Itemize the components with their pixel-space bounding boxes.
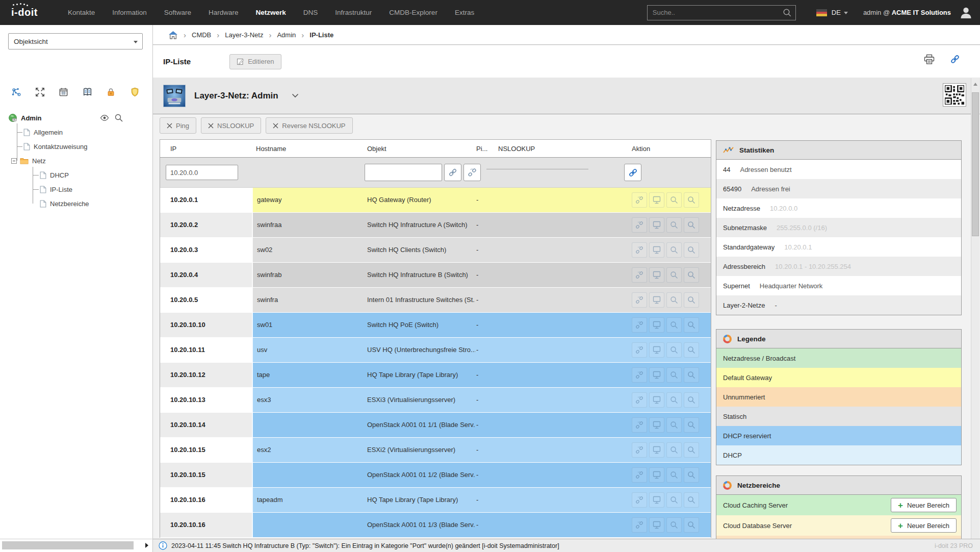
column-header-ping[interactable]: Pi... bbox=[475, 145, 494, 153]
column-header-ip[interactable]: IP bbox=[160, 145, 252, 153]
search-zoom-button[interactable] bbox=[666, 467, 682, 483]
ping-button[interactable]: Ping bbox=[160, 117, 196, 134]
unlink-button[interactable] bbox=[632, 392, 647, 408]
view-select-dropdown[interactable]: Objektsicht bbox=[8, 33, 143, 49]
new-range-button[interactable]: +Neuer Bereich bbox=[891, 498, 957, 512]
device-monitor-button[interactable] bbox=[649, 292, 664, 308]
edit-button[interactable]: Editieren bbox=[229, 54, 281, 69]
objekt-filter-input[interactable] bbox=[365, 164, 442, 181]
quick-view-button[interactable] bbox=[684, 492, 699, 508]
device-monitor-button[interactable] bbox=[649, 342, 664, 358]
unlink-button[interactable] bbox=[632, 242, 647, 258]
menu-item[interactable]: DNS bbox=[295, 0, 327, 25]
chevron-down-icon[interactable] bbox=[844, 12, 848, 14]
table-row[interactable]: 10.20.10.12 tape HQ Tape Library (Tape L… bbox=[160, 363, 711, 388]
quick-view-button[interactable] bbox=[684, 292, 699, 308]
quick-view-button[interactable] bbox=[684, 267, 699, 283]
link-object-button[interactable] bbox=[444, 164, 461, 181]
device-monitor-button[interactable] bbox=[649, 192, 664, 208]
eye-icon[interactable] bbox=[100, 113, 109, 122]
unlink-button[interactable] bbox=[632, 492, 647, 508]
unlink-button[interactable] bbox=[632, 417, 647, 433]
quick-view-button[interactable] bbox=[684, 217, 699, 233]
menu-item[interactable]: Infrastruktur bbox=[326, 0, 380, 25]
table-row[interactable]: 10.20.0.3 sw02 Switch HQ Clients (Switch… bbox=[160, 238, 711, 263]
tree-node-admin[interactable]: Admin bbox=[0, 111, 153, 125]
print-icon[interactable] bbox=[923, 54, 935, 65]
table-row[interactable]: 10.20.0.4 swinfrab Switch HQ Infratructu… bbox=[160, 263, 711, 288]
scroll-right-arrow-icon[interactable] bbox=[145, 543, 148, 548]
column-header-nslookup[interactable]: NSLOOKUP bbox=[494, 145, 602, 153]
link-action-button[interactable] bbox=[624, 164, 641, 181]
search-input[interactable] bbox=[648, 9, 783, 16]
unlink-button[interactable] bbox=[632, 467, 647, 483]
vertical-scrollbar-thumb[interactable] bbox=[972, 92, 979, 236]
search-zoom-button[interactable] bbox=[666, 517, 682, 533]
unlink-button[interactable] bbox=[632, 317, 647, 333]
search-zoom-button[interactable] bbox=[666, 242, 682, 258]
i-doit-logo[interactable]: i-doit bbox=[11, 7, 38, 18]
documentation-book-icon[interactable] bbox=[83, 87, 92, 97]
menu-item[interactable]: Information bbox=[104, 0, 156, 25]
unlink-button[interactable] bbox=[632, 517, 647, 533]
chevron-down-icon[interactable] bbox=[292, 93, 299, 98]
unlink-button[interactable] bbox=[632, 442, 647, 458]
search-zoom-button[interactable] bbox=[666, 217, 682, 233]
quick-view-button[interactable] bbox=[684, 517, 699, 533]
device-monitor-button[interactable] bbox=[649, 417, 664, 433]
unlink-button[interactable] bbox=[632, 367, 647, 383]
search-zoom-button[interactable] bbox=[666, 442, 682, 458]
tree-node[interactable]: Kontaktzuweisung bbox=[0, 139, 153, 154]
quick-view-button[interactable] bbox=[684, 242, 699, 258]
table-row[interactable]: 10.20.0.5 swinfra Intern 01 Infrastructu… bbox=[160, 288, 711, 313]
device-monitor-button[interactable] bbox=[649, 367, 664, 383]
german-flag-icon[interactable] bbox=[816, 9, 827, 16]
quick-view-button[interactable] bbox=[684, 367, 699, 383]
device-monitor-button[interactable] bbox=[649, 442, 664, 458]
table-row[interactable]: 10.20.10.15 esx2 ESXi2 (Virtualisierungs… bbox=[160, 438, 711, 463]
search-zoom-button[interactable] bbox=[666, 492, 682, 508]
new-range-button[interactable]: +Neuer Bereich bbox=[891, 518, 957, 533]
unlink-button[interactable] bbox=[632, 217, 647, 233]
quick-view-button[interactable] bbox=[684, 342, 699, 358]
menu-item[interactable]: Extras bbox=[446, 0, 483, 25]
tree-node-netz[interactable]: Netz bbox=[0, 154, 153, 168]
unlink-button[interactable] bbox=[632, 342, 647, 358]
table-row[interactable]: 10.20.10.14 OpenStack A001 01 1/1 (Blade… bbox=[160, 413, 711, 438]
search-zoom-button[interactable] bbox=[666, 342, 682, 358]
search-zoom-button[interactable] bbox=[666, 292, 682, 308]
search-icon[interactable] bbox=[114, 113, 123, 122]
shield-icon[interactable] bbox=[130, 87, 140, 97]
vertical-scrollbar[interactable] bbox=[971, 78, 979, 539]
device-monitor-button[interactable] bbox=[649, 392, 664, 408]
tree-node[interactable]: DHCP bbox=[0, 168, 153, 182]
column-header-hostname[interactable]: Hostname bbox=[252, 145, 363, 153]
language-label[interactable]: DE bbox=[832, 9, 841, 16]
search-zoom-button[interactable] bbox=[666, 317, 682, 333]
sidebar-horizontal-scrollbar[interactable] bbox=[0, 539, 153, 552]
user-avatar-icon[interactable] bbox=[959, 6, 973, 19]
device-monitor-button[interactable] bbox=[649, 317, 664, 333]
calendar-icon[interactable] bbox=[59, 87, 68, 97]
breadcrumb-item[interactable]: IP-Liste bbox=[310, 31, 333, 39]
scroll-up-arrow-icon[interactable] bbox=[973, 83, 977, 86]
logged-in-user[interactable]: admin @ ACME IT Solutions bbox=[863, 9, 951, 16]
quick-view-button[interactable] bbox=[684, 192, 699, 208]
fullscreen-icon[interactable] bbox=[35, 87, 45, 97]
table-row[interactable]: 10.20.10.13 esx3 ESXi3 (Virtualisierungs… bbox=[160, 388, 711, 413]
horizontal-scrollbar-thumb[interactable] bbox=[2, 541, 134, 549]
device-monitor-button[interactable] bbox=[649, 217, 664, 233]
menu-item[interactable]: Hardware bbox=[200, 0, 247, 25]
quick-view-button[interactable] bbox=[684, 417, 699, 433]
collapse-expander-icon[interactable] bbox=[11, 158, 17, 164]
breadcrumb-item[interactable]: Layer-3-Netz bbox=[225, 31, 263, 39]
home-icon[interactable] bbox=[168, 31, 178, 39]
quick-view-button[interactable] bbox=[684, 317, 699, 333]
device-monitor-button[interactable] bbox=[649, 467, 664, 483]
device-monitor-button[interactable] bbox=[649, 517, 664, 533]
tree-node[interactable]: Netzbereiche bbox=[0, 196, 153, 211]
table-row[interactable]: 10.20.10.11 usv USV HQ (Unterbrechungsfr… bbox=[160, 338, 711, 363]
unlink-button[interactable] bbox=[632, 267, 647, 283]
search-zoom-button[interactable] bbox=[666, 267, 682, 283]
search-zoom-button[interactable] bbox=[666, 367, 682, 383]
